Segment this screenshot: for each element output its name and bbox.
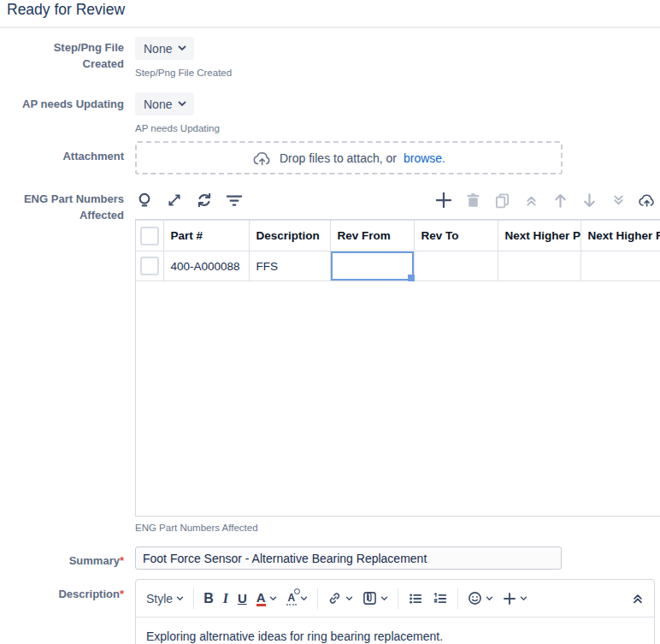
- col-header-part[interactable]: Part #: [163, 221, 249, 251]
- table-row: 400-A000088 FFS: [136, 251, 660, 281]
- text-effects-icon: A: [286, 592, 298, 606]
- link-icon: [327, 591, 342, 606]
- summary-input[interactable]: [135, 547, 562, 570]
- grid-toolbar-left: [135, 191, 244, 210]
- description-editor: Style B I U A A: [135, 579, 655, 644]
- field-label-attachment: Attachment: [7, 148, 124, 164]
- cell-rev-to[interactable]: [414, 251, 498, 281]
- chevron-down-icon: [520, 596, 527, 601]
- text-effects-dropdown[interactable]: A: [286, 592, 309, 606]
- paperclip-icon: [362, 591, 377, 606]
- cell-part-number[interactable]: 400-A000088: [163, 251, 249, 281]
- emoji-icon: [468, 591, 482, 606]
- chevron-down-icon: [345, 596, 353, 601]
- bold-button[interactable]: B: [203, 591, 214, 606]
- chevron-down-icon: [269, 596, 277, 601]
- link-dropdown[interactable]: [327, 591, 353, 606]
- move-top-icon[interactable]: [522, 191, 540, 210]
- col-header-next-higher-rev[interactable]: Next Higher Rev: [580, 221, 660, 251]
- toolbar-separator: [398, 588, 398, 609]
- collapse-toolbar-button[interactable]: [632, 593, 644, 605]
- bullet-list-button[interactable]: [408, 591, 423, 606]
- attachment-dropzone[interactable]: Drop files to attach, or browse.: [135, 141, 563, 174]
- cell-rev-from-selected[interactable]: [330, 251, 414, 281]
- row-checkbox[interactable]: [140, 257, 159, 275]
- delete-row-icon[interactable]: [463, 191, 482, 210]
- double-chevron-up-icon: [632, 593, 644, 605]
- move-up-icon[interactable]: [551, 191, 569, 210]
- select-all-cell[interactable]: [136, 221, 163, 251]
- header-divider: [0, 27, 660, 28]
- toolbar-separator: [317, 588, 318, 609]
- field-label-eng-parts: ENG Part Numbers Affected: [13, 191, 124, 223]
- required-asterisk: *: [120, 588, 124, 600]
- page-title: Ready for Review: [7, 1, 125, 19]
- eng-parts-grid: Part # Description Rev From Rev To Next …: [135, 219, 660, 517]
- chevron-down-icon: [380, 596, 388, 601]
- col-header-rev-to[interactable]: Rev To: [414, 221, 498, 251]
- cell-next-higher-part[interactable]: [498, 251, 580, 281]
- cell-fill-handle[interactable]: [408, 275, 415, 281]
- row-select-cell[interactable]: [136, 251, 163, 281]
- chevron-down-icon: [178, 45, 186, 51]
- plus-icon: [503, 592, 516, 606]
- browse-link[interactable]: browse.: [404, 151, 445, 165]
- cloud-upload-icon: [252, 151, 273, 166]
- step-png-caption: Step/Png File Created: [135, 68, 232, 78]
- eng-parts-caption: ENG Part Numbers Affected: [135, 523, 258, 533]
- emoji-dropdown[interactable]: [468, 591, 493, 606]
- field-label-ap-needs: AP needs Updating: [7, 96, 124, 112]
- refresh-icon[interactable]: [195, 191, 214, 210]
- editor-toolbar: Style B I U A A: [136, 580, 654, 617]
- toolbar-separator: [193, 588, 194, 609]
- field-label-summary: Summary*: [7, 552, 124, 569]
- grid-toolbar-right: [434, 191, 657, 210]
- step-png-dropdown-value: None: [144, 42, 172, 56]
- chevron-down-icon: [176, 596, 184, 601]
- ap-needs-dropdown[interactable]: None: [135, 92, 194, 115]
- add-row-icon[interactable]: [434, 191, 453, 210]
- description-content[interactable]: Exploring alternative ideas for ring bea…: [136, 617, 654, 643]
- grid-toolbar: [135, 187, 657, 213]
- move-bottom-icon[interactable]: [609, 191, 628, 210]
- insert-more-dropdown[interactable]: [503, 592, 527, 606]
- underline-button[interactable]: U: [238, 591, 247, 606]
- chevron-down-icon: [300, 596, 308, 601]
- col-header-description[interactable]: Description: [249, 221, 330, 251]
- text-color-icon: A: [256, 591, 266, 606]
- field-label-description: Description*: [7, 586, 124, 602]
- ap-needs-dropdown-value: None: [144, 97, 172, 111]
- required-asterisk: *: [120, 554, 124, 567]
- italic-button[interactable]: I: [223, 591, 228, 606]
- col-header-next-higher-part[interactable]: Next Higher Part: [498, 221, 580, 251]
- table-header-row: Part # Description Rev From Rev To Next …: [136, 221, 660, 251]
- chevron-down-icon: [486, 596, 493, 601]
- chevron-down-icon: [178, 101, 186, 107]
- filter-icon[interactable]: [225, 191, 244, 210]
- upload-icon[interactable]: [638, 191, 657, 210]
- step-png-dropdown[interactable]: None: [135, 37, 194, 60]
- eng-parts-table: Part # Description Rev From Rev To Next …: [136, 220, 660, 281]
- bullet-list-icon: [408, 591, 423, 606]
- field-label-step-png: Step/Png File Created: [34, 39, 124, 72]
- numbered-list-icon: [433, 591, 448, 606]
- duplicate-row-icon[interactable]: [492, 191, 511, 210]
- ap-needs-caption: AP needs Updating: [135, 123, 220, 133]
- text-color-dropdown[interactable]: A: [256, 591, 277, 606]
- col-header-rev-from[interactable]: Rev From: [330, 221, 414, 251]
- cell-next-higher-rev[interactable]: [580, 251, 660, 281]
- expand-icon[interactable]: [165, 191, 184, 210]
- numbered-list-button[interactable]: [433, 591, 448, 606]
- style-dropdown[interactable]: Style: [146, 592, 184, 606]
- cell-description[interactable]: FFS: [249, 251, 330, 281]
- select-all-checkbox[interactable]: [140, 227, 159, 245]
- toolbar-separator: [457, 588, 458, 609]
- bulb-icon[interactable]: [135, 191, 154, 210]
- attach-dropdown[interactable]: [362, 591, 388, 606]
- move-down-icon[interactable]: [580, 191, 598, 210]
- dropzone-text: Drop files to attach, or: [280, 151, 397, 165]
